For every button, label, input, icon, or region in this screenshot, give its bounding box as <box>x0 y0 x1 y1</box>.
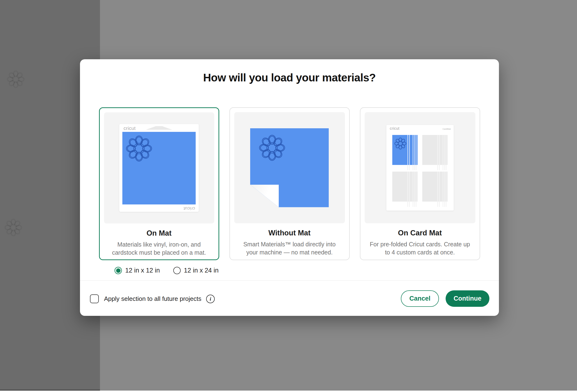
card-mat-label: CardMat <box>442 128 451 130</box>
radio-12x24[interactable]: 12 in x 24 in <box>173 267 219 274</box>
apply-selection-label: Apply selection to all future projects <box>104 295 201 303</box>
card-slot-with-material <box>392 135 418 165</box>
cancel-button[interactable]: Cancel <box>401 290 439 307</box>
flower-cut-outline-icon <box>394 137 407 150</box>
footer-divider <box>80 280 499 281</box>
flower-cut-outline-icon <box>259 135 286 161</box>
canvas-flower-outline-icon <box>4 218 22 237</box>
card-slot-empty <box>392 172 418 202</box>
card-slot-empty <box>422 172 447 202</box>
option-description: For pre-folded Cricut cards. Create up t… <box>367 240 472 256</box>
cricut-logo: cricut <box>390 126 400 131</box>
window-bottom-strip <box>0 391 577 392</box>
option-title: Without Mat <box>230 229 349 237</box>
option-card-on-mat[interactable]: cricut cricut On Mat Materials like viny… <box>99 107 219 260</box>
radio-button-selected-icon[interactable] <box>114 267 122 274</box>
without-mat-illustration <box>234 112 345 223</box>
on-mat-illustration: cricut cricut <box>104 112 214 223</box>
radio-label: 12 in x 24 in <box>184 267 219 274</box>
card-slot-empty <box>422 135 447 165</box>
radio-button-unselected-icon[interactable] <box>173 267 181 274</box>
option-title: On Mat <box>100 229 218 238</box>
option-title: On Card Mat <box>361 229 480 237</box>
apply-selection-row: Apply selection to all future projects i <box>90 294 215 303</box>
mat-notch <box>146 126 172 130</box>
option-description: Smart Materials™ load directly into your… <box>237 240 342 256</box>
card-mat-illustration: cricut CardMat <box>365 112 475 223</box>
mat-size-radio-group: 12 in x 12 in 12 in x 24 in <box>114 267 218 274</box>
radio-12x12[interactable]: 12 in x 12 in <box>114 267 160 274</box>
load-materials-dialog: How will you load your materials? cricut… <box>80 59 499 316</box>
apply-selection-checkbox[interactable] <box>90 294 99 303</box>
page-title: How will you load your materials? <box>80 71 499 84</box>
cricut-logo-flipped: cricut <box>183 206 195 211</box>
flower-cut-outline-icon <box>126 135 152 162</box>
info-icon[interactable]: i <box>206 295 215 303</box>
option-description: Materials like vinyl, iron-on, and cards… <box>107 240 212 256</box>
radio-label: 12 in x 12 in <box>125 267 160 274</box>
material-on-mat <box>122 132 196 205</box>
load-type-options: cricut cricut On Mat Materials like viny… <box>80 107 499 260</box>
option-card-without-mat[interactable]: Without Mat Smart Materials™ load direct… <box>229 107 350 260</box>
cricut-logo: cricut <box>124 126 136 131</box>
folded-corner <box>250 185 279 207</box>
continue-button[interactable]: Continue <box>446 290 489 307</box>
canvas-flower-outline-icon <box>7 70 25 88</box>
option-card-on-card-mat[interactable]: cricut CardMat On Card Mat For pre-folde… <box>360 107 480 260</box>
